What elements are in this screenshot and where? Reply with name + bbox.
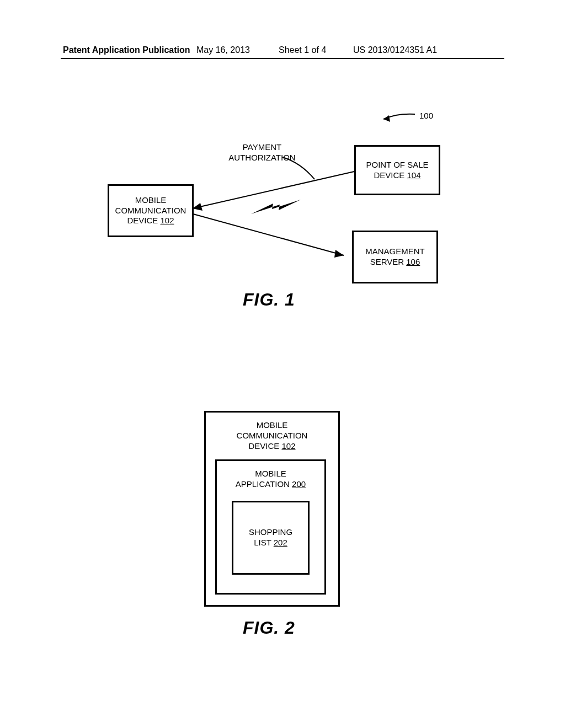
svg-marker-0 (383, 115, 390, 122)
fig1-mgmt-box: MANAGEMENT SERVER 106 (352, 231, 438, 283)
fig2-dev-line2: COMMUNICATION (237, 431, 308, 441)
page: Patent Application Publication May 16, 2… (0, 0, 565, 728)
fig1-mgmt-line2: SERVER 106 (370, 257, 420, 267)
fig1-pos-ref: 104 (407, 170, 420, 180)
fig1-mobile-line1: MOBILE (135, 195, 167, 206)
fig2-app-line1: MOBILE (255, 469, 286, 479)
fig1-system-ref: 100 (419, 111, 433, 121)
fig1-pa-line1: PAYMENT (243, 142, 281, 152)
svg-marker-2 (193, 203, 202, 211)
header-publication: Patent Application Publication (63, 45, 190, 55)
svg-marker-5 (251, 200, 301, 214)
header-pubno: US 2013/0124351 A1 (353, 45, 437, 55)
svg-line-1 (193, 172, 354, 208)
fig1-pos-line2-text: DEVICE (374, 170, 407, 180)
fig2-list-line1: SHOPPING (249, 527, 292, 538)
fig1-payment-auth-label: PAYMENT AUTHORIZATION (218, 142, 306, 163)
fig1-mgmt-line1: MANAGEMENT (365, 247, 425, 257)
fig1-pos-box: POINT OF SALE DEVICE 104 (354, 145, 440, 195)
fig1-pos-line1: POINT OF SALE (366, 160, 428, 170)
fig1-mobile-line2: COMMUNICATION (115, 206, 186, 216)
fig1-mobile-line3: DEVICE 102 (127, 216, 174, 226)
header-sheet: Sheet 1 of 4 (279, 45, 326, 55)
fig1-pos-line2: DEVICE 104 (374, 170, 420, 181)
fig1-mobile-ref: 102 (160, 216, 174, 225)
fig1-caption: FIG. 1 (243, 290, 295, 310)
fig1-pa-line2: AUTHORIZATION (228, 153, 295, 162)
fig2-list-line2-text: LIST (254, 538, 274, 547)
header-rule (61, 58, 504, 59)
fig2-app-ref: 200 (292, 479, 306, 489)
fig1-mgmt-line2-text: SERVER (370, 257, 407, 266)
fig2-dev-line3-text: DEVICE (248, 441, 281, 451)
fig2-app-line2-text: APPLICATION (236, 479, 292, 489)
fig2-list-ref: 202 (274, 538, 287, 547)
fig2-dev-line3: DEVICE 102 (248, 441, 295, 452)
fig2-dev-ref: 102 (281, 441, 295, 451)
fig2-app-line2: APPLICATION 200 (236, 479, 306, 490)
svg-line-3 (193, 214, 344, 255)
fig2-list-line2: LIST 202 (254, 538, 287, 548)
fig1-mobile-device-box: MOBILE COMMUNICATION DEVICE 102 (108, 184, 194, 237)
fig1-mgmt-ref: 106 (406, 257, 420, 266)
svg-marker-4 (334, 250, 344, 258)
fig2-caption: FIG. 2 (243, 618, 295, 638)
fig1-mobile-line3-text: DEVICE (127, 216, 160, 225)
fig2-dev-line1: MOBILE (257, 420, 288, 431)
fig2-list-box: SHOPPING LIST 202 (232, 501, 310, 575)
header-date: May 16, 2013 (196, 45, 250, 55)
